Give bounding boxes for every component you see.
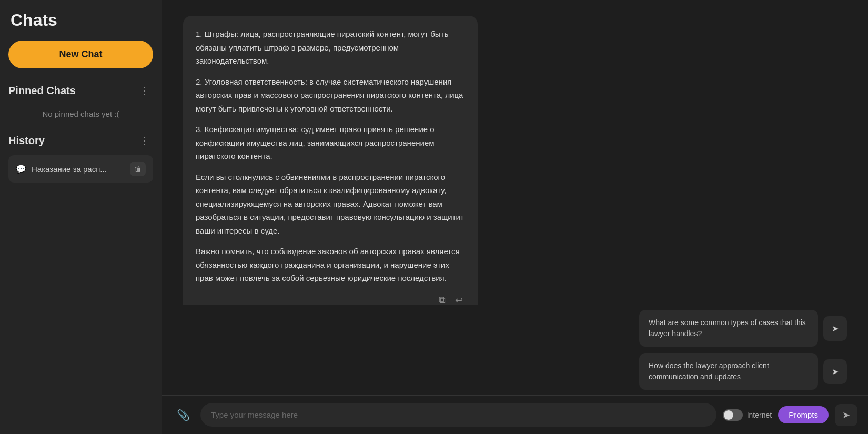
- history-menu-button[interactable]: ⋮: [136, 133, 153, 148]
- suggestion-text-1: What are some common types of cases that…: [639, 310, 818, 347]
- attach-button[interactable]: 📎: [173, 405, 194, 426]
- regenerate-button[interactable]: ↩: [453, 292, 465, 305]
- history-chat-icon: 💬: [16, 164, 26, 174]
- pinned-chats-header: Pinned Chats ⋮: [8, 83, 153, 98]
- sidebar-title: Chats: [8, 11, 153, 30]
- internet-label: Internet: [747, 411, 772, 419]
- history-item[interactable]: 💬 Наказание за расп... 🗑: [8, 155, 153, 183]
- main-content: 1. Штрафы: лица, распространяющие пиратс…: [162, 0, 868, 434]
- suggestion-send-button-1[interactable]: ➤: [823, 316, 847, 341]
- message-paragraph-3: 3. Конфискация имущества: суд имеет прав…: [196, 123, 465, 163]
- message-paragraph-5: Важно помнить, что соблюдение законов об…: [196, 245, 465, 285]
- message-paragraph-2: 2. Уголовная ответственность: в случае с…: [196, 75, 465, 116]
- internet-toggle-area: Internet: [723, 409, 772, 421]
- message-input[interactable]: [200, 403, 716, 427]
- message-actions: ⧉ ↩: [196, 292, 465, 305]
- bottom-bar: 📎 Internet Prompts ➤: [162, 395, 868, 434]
- no-pinned-message: No pinned chats yet :(: [8, 105, 153, 131]
- suggestions-area: What are some common types of cases that…: [162, 305, 868, 395]
- internet-toggle-switch[interactable]: [723, 409, 743, 421]
- prompts-button[interactable]: Prompts: [778, 406, 829, 423]
- bottom-right-controls: Internet Prompts: [723, 406, 829, 423]
- suggestion-item-2: How does the lawyer approach client comm…: [639, 353, 847, 390]
- copy-button[interactable]: ⧉: [437, 292, 448, 305]
- suggestion-send-button-2[interactable]: ➤: [823, 359, 847, 384]
- history-item-label: Наказание за расп...: [32, 165, 125, 174]
- history-section: History ⋮ 💬 Наказание за расп... 🗑: [8, 133, 153, 183]
- new-chat-button[interactable]: New Chat: [8, 41, 153, 68]
- history-title: History: [8, 135, 45, 147]
- pinned-chats-title: Pinned Chats: [8, 85, 76, 97]
- sidebar: Chats New Chat Pinned Chats ⋮ No pinned …: [0, 0, 162, 434]
- message-paragraph-4: Если вы столкнулись с обвинениями в расп…: [196, 170, 465, 238]
- send-button[interactable]: ➤: [835, 404, 857, 426]
- suggestion-item-1: What are some common types of cases that…: [639, 310, 847, 347]
- ai-message: 1. Штрафы: лица, распространяющие пиратс…: [183, 16, 478, 305]
- message-paragraph-1: 1. Штрафы: лица, распространяющие пиратс…: [196, 27, 465, 68]
- history-header: History ⋮: [8, 133, 153, 148]
- suggestion-text-2: How does the lawyer approach client comm…: [639, 353, 818, 390]
- pinned-chats-menu-button[interactable]: ⋮: [136, 83, 153, 98]
- chat-messages: 1. Штрафы: лица, распространяющие пиратс…: [162, 0, 868, 305]
- history-delete-button[interactable]: 🗑: [130, 162, 146, 176]
